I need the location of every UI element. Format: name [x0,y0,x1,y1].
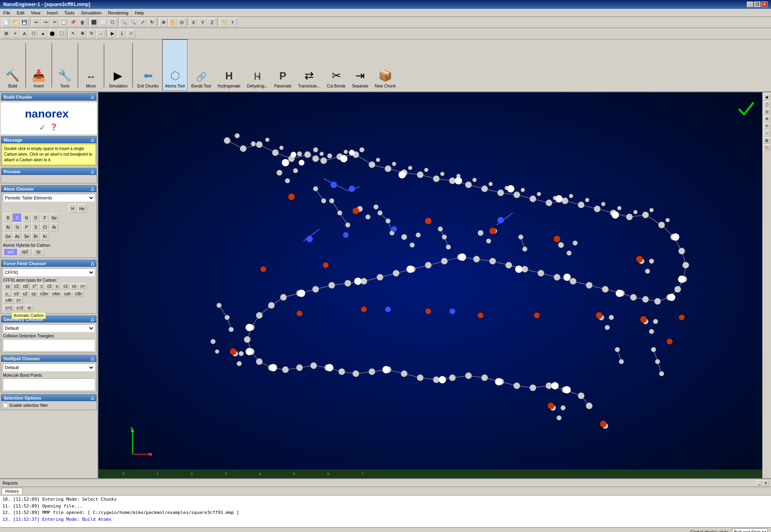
forcefield-collapse[interactable]: △ [91,261,94,266]
restore-button[interactable]: ❐ [754,2,761,7]
tb-paste[interactable]: 📌 [69,18,78,27]
atomtype-c3m[interactable]: c3m [38,291,50,297]
checkmark-overlay[interactable] [736,98,756,118]
hybrid-sp3[interactable]: sp3 [4,248,17,255]
tb-pan[interactable]: ✋ [168,18,177,27]
tb-select-mode[interactable]: ↖ [69,29,78,38]
atom-S[interactable]: S [31,223,40,231]
new-chunk-tool[interactable]: 📦 New Chunk [372,39,398,91]
menu-rendering[interactable]: Rendering [105,10,132,16]
tb-cpk[interactable]: ⬤ [48,29,57,38]
atom-Ar[interactable]: Ar [50,223,59,231]
selection-collapse[interactable]: △ [91,395,94,400]
hotspot-collapse[interactable]: △ [91,356,94,361]
menu-insert[interactable]: Insert [43,10,61,16]
tb-new[interactable]: 📄 [2,18,10,27]
tb-rotate[interactable]: ↻ [147,18,156,27]
atomtype-cstar[interactable]: c* [31,283,38,289]
tb-align[interactable]: ⊧ [228,18,237,27]
atom-Si[interactable]: Si [13,223,22,231]
tb-orient[interactable]: ◎ [177,18,186,27]
hotspot-dropdown[interactable]: Default [3,363,95,372]
build-chunks-collapse[interactable]: △ [91,94,94,99]
right-btn-3[interactable]: ◎ [764,108,770,115]
right-btn-6[interactable]: → [764,130,770,136]
tb-minimize[interactable]: ⤓ [117,29,126,38]
atomtype-ceq2[interactable]: c= [14,297,23,303]
atomtype-c[interactable]: c [39,283,45,289]
preview-header[interactable]: Preview △ [1,168,96,175]
tb-save[interactable]: 💾 [20,18,29,27]
menu-simulation[interactable]: Simulation [78,10,105,16]
message-collapse[interactable]: △ [91,137,94,142]
atom-C[interactable]: C [13,213,22,222]
tb-tubes[interactable]: 〇 [57,29,66,38]
dehydrogenate-tool[interactable]: H̵ Dehydrog... [244,39,271,91]
atom-P[interactable]: P [22,223,31,231]
reports-minimize[interactable]: _ [757,480,762,486]
separate-tool[interactable]: ⇥ Separate [349,39,371,91]
atomtype-ceq[interactable]: c= [79,283,87,289]
tb-measure[interactable]: 📏 [219,18,228,27]
build-chunks-header[interactable]: Build Chunks △ [1,93,96,100]
forcefield-header[interactable]: Force Field Chooser △ [1,260,96,267]
message-header[interactable]: Message △ [1,136,96,143]
atomtype-c3b[interactable]: c3 [12,291,21,297]
atom-chooser-collapse[interactable]: △ [91,186,94,191]
right-btn-4[interactable]: ⊕ [764,116,770,122]
logo-ok-btn[interactable]: ✓ [39,123,48,132]
atomtype-c-u[interactable]: c_ [4,291,12,297]
preview-collapse[interactable]: △ [91,169,94,174]
tb-copy[interactable]: 📋 [59,18,68,27]
tb-rotate-mode[interactable]: ↻ [87,29,96,38]
exit-chunks-tool[interactable]: ⬅ Exit Chunks [135,39,161,91]
tb-zoom-out[interactable]: 🔍 [129,18,138,27]
atom-He[interactable]: He [78,204,86,213]
tb-translate[interactable]: → [96,29,105,38]
atomtype-c3[interactable]: c3 [12,283,21,289]
atom-B[interactable]: B [4,213,12,222]
tb-invert-sel[interactable]: ⬡ [108,18,117,27]
atom-Br[interactable]: Br [31,232,40,241]
display-style-dropdown[interactable]: Ball and Stick [732,528,768,532]
right-btn-7[interactable]: ▤ [764,137,770,144]
atomtype-cx[interactable]: cx [70,283,78,289]
insert-tool[interactable]: 📥 Insert [28,39,50,91]
atomtype-c4m[interactable]: c4m [50,291,62,297]
tb-drag-mode[interactable]: ✥ [78,29,87,38]
atom-F[interactable]: F [41,213,49,222]
tb-undo[interactable]: ↩ [32,18,41,27]
tb-center[interactable]: ⊕ [159,18,168,27]
hotspot-header[interactable]: HotSpot Chooser △ [1,355,96,362]
atomtype-cminus[interactable]: c- [54,283,61,289]
simulation-tool[interactable]: ▶ Simulation [106,39,131,91]
tb-deselect[interactable]: ⬜ [99,18,108,27]
tb-wireframe[interactable]: ⬡ [29,29,38,38]
atomtype-ceq1[interactable]: c=1 [4,305,14,311]
bonds-tool[interactable]: 🔗 Bonds Tool [188,39,214,91]
atom-Kr[interactable]: Kr [41,232,49,241]
atomtype-ct[interactable]: ct [26,305,33,311]
atom-Se[interactable]: Se [22,232,31,241]
atomtype-c3h[interactable]: c3h [73,291,84,297]
selection-header[interactable]: Selection Options △ [1,394,96,401]
atom-O[interactable]: O [31,213,40,222]
atomtype-ceq2b[interactable]: c=2 [14,305,25,311]
periodic-table-dropdown[interactable]: Periodic Table Elements [3,194,95,202]
close-button[interactable]: ✕ [761,2,768,7]
passivate-tool[interactable]: P Passivate [271,39,294,91]
cut-bonds-tool[interactable]: ✂ Cut Bonds [324,39,349,91]
tb-grid[interactable]: ⊞ [2,29,10,38]
tb-select-all[interactable]: ⬛ [90,18,98,27]
reports-close[interactable]: ✕ [763,480,769,486]
tb-open[interactable]: 📂 [11,18,20,27]
atomtype-cp2[interactable]: cp [30,291,38,297]
build-tool[interactable]: 🔨 Build [2,39,24,91]
atom-N[interactable]: N [22,213,31,222]
tb-x[interactable]: X [189,18,198,27]
logo-help-btn[interactable]: ❓ [50,123,59,132]
menu-view[interactable]: View [28,10,44,16]
atoms-tool[interactable]: ⬡ Atoms Tool [162,39,188,91]
tb-fit[interactable]: ⤢ [138,18,147,27]
hybrid-sp2[interactable]: sp2 [18,248,32,255]
